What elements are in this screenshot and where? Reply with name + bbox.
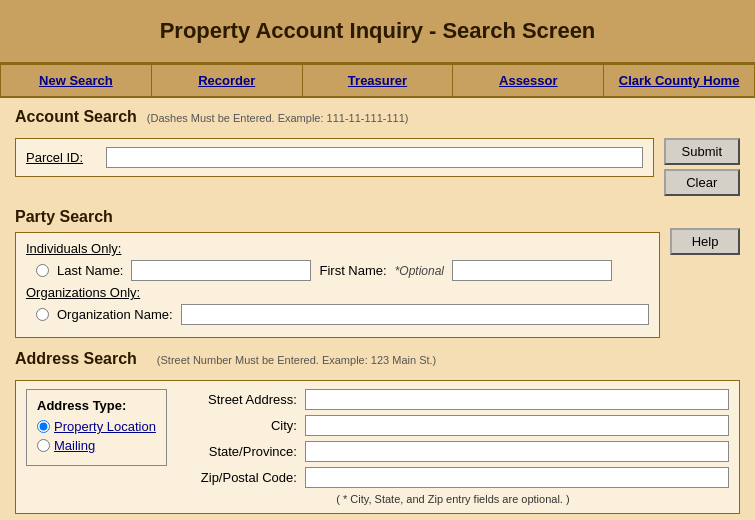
street-address-label: Street Address: [177,392,297,407]
nav-item-assessor[interactable]: Assessor [453,65,604,96]
zip-row: Zip/Postal Code: [177,467,729,488]
nav-item-clark-county-home[interactable]: Clark County Home [604,65,755,96]
address-fields: Street Address: City: State/Province: Zi… [177,389,729,505]
parcel-id-label: Parcel ID: [26,150,96,165]
org-name-input[interactable] [181,304,649,325]
first-name-optional: *Optional [395,264,444,278]
city-row: City: [177,415,729,436]
org-name-label: Organization Name: [57,307,173,322]
nav-item-recorder[interactable]: Recorder [152,65,303,96]
city-label: City: [177,418,297,433]
zip-label: Zip/Postal Code: [177,470,297,485]
last-name-input[interactable] [131,260,311,281]
main-content: Account Search (Dashes Must be Entered. … [0,98,755,520]
state-label: State/Province: [177,444,297,459]
street-address-input[interactable] [305,389,729,410]
individual-radio[interactable] [36,264,49,277]
organization-radio[interactable] [36,308,49,321]
page-header: Property Account Inquiry - Search Screen [0,0,755,64]
party-search-title: Party Search [15,208,660,226]
street-address-row: Street Address: [177,389,729,410]
mailing-option[interactable]: Mailing [37,438,156,453]
zip-input[interactable] [305,467,729,488]
submit-button[interactable]: Submit [664,138,740,165]
account-search-hint: (Dashes Must be Entered. Example: 111-11… [147,112,409,124]
address-footer-note: ( * City, State, and Zip entry fields ar… [177,493,729,505]
clear-button[interactable]: Clear [664,169,740,196]
city-input[interactable] [305,415,729,436]
nav-bar: New Search Recorder Treasurer Assessor C… [0,64,755,98]
property-location-radio[interactable] [37,420,50,433]
address-box: Address Type: Property Location Mailing … [15,380,740,514]
address-type-title: Address Type: [37,398,156,413]
property-location-option[interactable]: Property Location [37,419,156,434]
nav-item-treasurer[interactable]: Treasurer [303,65,454,96]
address-search-section: Address Search (Street Number Must be En… [15,350,740,514]
parcel-id-input[interactable] [106,147,643,168]
nav-item-new-search[interactable]: New Search [0,65,152,96]
state-input[interactable] [305,441,729,462]
address-search-title: Address Search [15,350,137,368]
state-row: State/Province: [177,441,729,462]
address-search-hint: (Street Number Must be Entered. Example:… [157,354,436,366]
account-search-title: Account Search [15,108,137,126]
first-name-input[interactable] [452,260,612,281]
first-name-label: First Name: [319,263,386,278]
mailing-radio[interactable] [37,439,50,452]
help-button[interactable]: Help [670,228,740,255]
organizations-only-label: Organizations Only: [26,285,649,300]
last-name-label: Last Name: [57,263,123,278]
individuals-only-label: Individuals Only: [26,241,649,256]
page-title: Property Account Inquiry - Search Screen [10,18,745,44]
address-type-box: Address Type: Property Location Mailing [26,389,167,466]
mailing-label[interactable]: Mailing [54,438,95,453]
property-location-label[interactable]: Property Location [54,419,156,434]
